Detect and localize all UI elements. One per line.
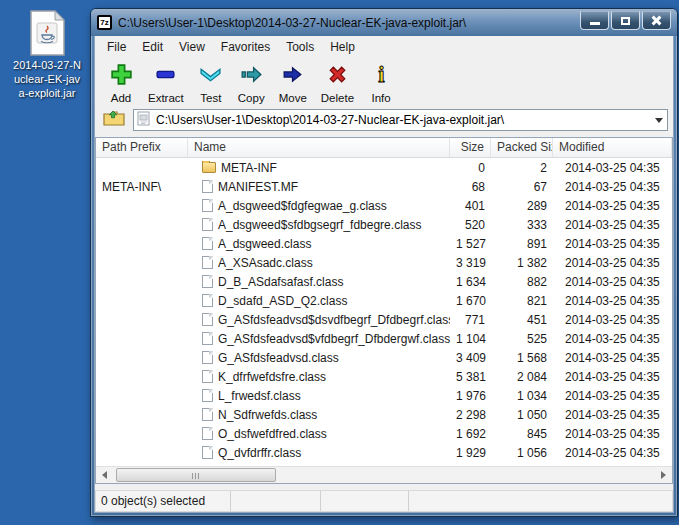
file-row[interactable]: G_ASfdsfeadvsd.class 3 409 1 568 2014-03… [96, 348, 672, 367]
extract-button[interactable]: Extract [141, 60, 191, 106]
file-row[interactable]: G_ASfdsfeadvsd$vfdbegrf_Dfbdergwf.class … [96, 329, 672, 348]
column-header-size[interactable]: Size [450, 138, 491, 157]
file-icon [202, 427, 213, 440]
file-name-text: G_ASfdsfeadvsd.class [218, 351, 339, 365]
cell-packed-size: 333 [491, 218, 553, 232]
cell-name[interactable]: G_ASfdsfeadvsd$dsvdfbegrf_Dfdbegrf.class [188, 313, 450, 327]
close-button[interactable] [642, 11, 671, 30]
cell-packed-size: 891 [491, 237, 553, 251]
extract-label: Extract [148, 92, 184, 104]
cell-modified: 2014-03-25 04:35 [553, 446, 672, 460]
file-name-text: A_dsgweed$fdgfegwae_g.class [218, 199, 387, 213]
menu-file[interactable]: File [99, 38, 134, 56]
address-dropdown-button[interactable] [651, 110, 667, 130]
cell-name[interactable]: MANIFEST.MF [188, 180, 450, 194]
delete-x-icon [325, 62, 350, 91]
file-icon [202, 218, 213, 231]
menu-tools[interactable]: Tools [278, 38, 322, 56]
copy-button[interactable]: Copy [231, 60, 272, 106]
file-row[interactable]: O_dsfwefdfred.class 1 692 845 2014-03-25… [96, 424, 672, 443]
minimize-button[interactable] [580, 11, 609, 30]
cell-packed-size: 451 [491, 313, 553, 327]
file-row[interactable]: A_dsgweed$fdgfegwae_g.class 401 289 2014… [96, 196, 672, 215]
scrollbar-thumb[interactable] [116, 468, 276, 482]
column-header-modified[interactable]: Modified [553, 138, 672, 157]
menu-favorites[interactable]: Favorites [213, 38, 278, 56]
arrow-left-icon [102, 471, 107, 479]
toolbar: Add Extract Test Copy [95, 57, 673, 106]
file-row[interactable]: A_dsgweed$sfdbgsegrf_fdbegre.class 520 3… [96, 215, 672, 234]
scroll-right-button[interactable] [655, 467, 672, 483]
file-name-text: G_ASfdsfeadvsd$dsvdfbegrf_Dfdbegrf.class [218, 313, 450, 327]
file-name-text: MANIFEST.MF [218, 180, 298, 194]
cell-size: 520 [450, 218, 491, 232]
cell-name[interactable]: Q_dvfdrffr.class [188, 446, 450, 460]
cell-name[interactable]: A_dsgweed$sfdbgsegrf_fdbegre.class [188, 218, 450, 232]
file-icon [202, 199, 213, 212]
cell-packed-size: 821 [491, 294, 553, 308]
file-icon [202, 446, 213, 459]
cell-modified: 2014-03-25 04:35 [553, 256, 672, 270]
add-button[interactable]: Add [101, 60, 141, 106]
address-path[interactable]: C:\Users\User-1\Desktop\2014-03-27-Nucle… [156, 113, 651, 127]
maximize-button[interactable] [611, 11, 640, 30]
file-row[interactable]: N_Sdfrwefds.class 2 298 1 050 2014-03-25… [96, 405, 672, 424]
menu-view[interactable]: View [171, 38, 213, 56]
test-button[interactable]: Test [191, 60, 231, 106]
file-row[interactable]: D_B_ASdafsafasf.class 1 634 882 2014-03-… [96, 272, 672, 291]
file-name-text: D_sdafd_ASD_Q2.class [218, 294, 347, 308]
file-row[interactable]: A_XSAsadc.class 3 319 1 382 2014-03-25 0… [96, 253, 672, 272]
file-name-text: G_ASfdsfeadvsd$vfdbegrf_Dfbdergwf.class [218, 332, 450, 346]
address-combo[interactable]: C:\Users\User-1\Desktop\2014-03-27-Nucle… [133, 109, 668, 131]
add-label: Add [111, 92, 131, 104]
delete-button[interactable]: Delete [314, 60, 361, 106]
move-button[interactable]: Move [272, 60, 314, 106]
cell-name[interactable]: A_XSAsadc.class [188, 256, 450, 270]
cell-name[interactable]: A_dsgweed$fdgfegwae_g.class [188, 199, 450, 213]
titlebar[interactable]: 7z C:\Users\User-1\Desktop\2014-03-27-Nu… [91, 9, 677, 36]
horizontal-scrollbar[interactable] [96, 466, 672, 483]
desktop-shortcut-jar[interactable]: 2014-03-27-N uclear-EK-jav a-exploit.jar [4, 10, 90, 100]
info-button[interactable]: i Info [361, 60, 401, 106]
cell-name[interactable]: G_ASfdsfeadvsd$vfdbegrf_Dfbdergwf.class [188, 332, 450, 346]
cell-name[interactable]: L_frwedsf.class [188, 389, 450, 403]
scroll-left-button[interactable] [96, 467, 113, 483]
cell-name[interactable]: G_ASfdsfeadvsd.class [188, 351, 450, 365]
file-row[interactable]: META-INF 0 2 2014-03-25 04:35 [96, 158, 672, 177]
cell-name[interactable]: META-INF [188, 161, 450, 175]
file-row[interactable]: K_dfrfwefdsfre.class 5 381 2 084 2014-03… [96, 367, 672, 386]
file-row[interactable]: Q_dvfdrffr.class 1 929 1 056 2014-03-25 … [96, 443, 672, 462]
cell-packed-size: 289 [491, 199, 553, 213]
cell-modified: 2014-03-25 04:35 [553, 408, 672, 422]
cell-name[interactable]: K_dfrfwefdsfre.class [188, 370, 450, 384]
column-header-name[interactable]: Name [188, 138, 450, 157]
file-row[interactable]: A_dsgweed.class 1 527 891 2014-03-25 04:… [96, 234, 672, 253]
file-name-text: Q_dvfdrffr.class [218, 446, 301, 460]
column-header-packed-size[interactable]: Packed Size [491, 138, 553, 157]
cell-name[interactable]: O_dsfwefdfred.class [188, 427, 450, 441]
arrow-right-icon [661, 471, 666, 479]
cell-size: 1 976 [450, 389, 491, 403]
up-one-level-button[interactable] [100, 109, 128, 132]
file-row[interactable]: D_sdafd_ASD_Q2.class 1 670 821 2014-03-2… [96, 291, 672, 310]
cell-name[interactable]: N_Sdfrwefds.class [188, 408, 450, 422]
cell-name[interactable]: D_B_ASdafsafasf.class [188, 275, 450, 289]
file-icon [202, 332, 213, 345]
cell-packed-size: 882 [491, 275, 553, 289]
cell-modified: 2014-03-25 04:35 [553, 427, 672, 441]
column-header-path-prefix[interactable]: Path Prefix [96, 138, 188, 157]
scrollbar-track[interactable] [113, 467, 655, 483]
menu-help[interactable]: Help [322, 38, 363, 56]
close-icon [650, 14, 663, 27]
cell-packed-size: 1 050 [491, 408, 553, 422]
cell-name[interactable]: D_sdafd_ASD_Q2.class [188, 294, 450, 308]
file-row[interactable]: L_frwedsf.class 1 976 1 034 2014-03-25 0… [96, 386, 672, 405]
cell-name[interactable]: A_dsgweed.class [188, 237, 450, 251]
file-row[interactable]: META-INF\ MANIFEST.MF 68 67 2014-03-25 0… [96, 177, 672, 196]
file-list: Path Prefix Name Size Packed Size Modifi… [95, 137, 673, 484]
cell-size: 68 [450, 180, 491, 194]
file-row[interactable]: G_ASfdsfeadvsd$dsvdfbegrf_Dfdbegrf.class… [96, 310, 672, 329]
menu-edit[interactable]: Edit [134, 38, 171, 56]
test-label: Test [200, 92, 221, 104]
cell-size: 401 [450, 199, 491, 213]
